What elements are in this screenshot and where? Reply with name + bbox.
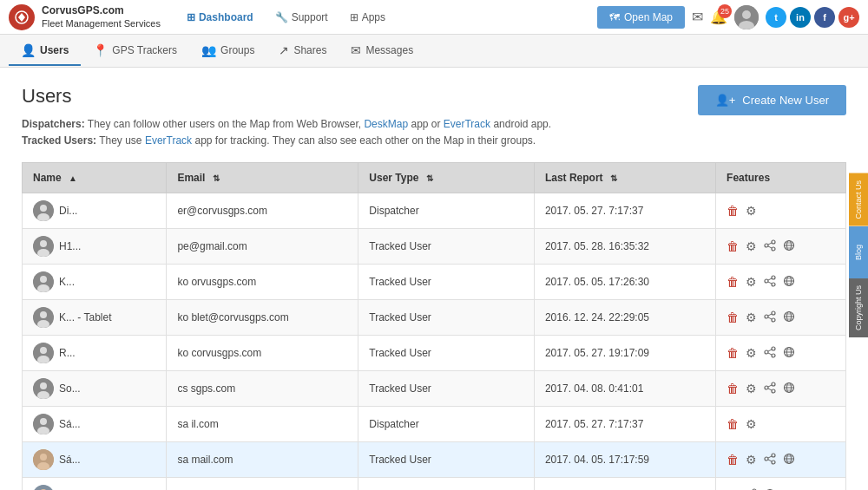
- sort-name-icon: ▲: [69, 173, 77, 183]
- svg-line-27: [768, 282, 772, 284]
- globe-user-icon[interactable]: [783, 346, 795, 361]
- add-user-icon: 👤+: [715, 94, 736, 107]
- settings-user-icon[interactable]: ⚙: [746, 382, 757, 395]
- nav-shares[interactable]: ↗ Shares: [266, 36, 339, 66]
- nav-support[interactable]: 🔧 Support: [266, 6, 337, 29]
- settings-user-icon[interactable]: ⚙: [746, 417, 757, 431]
- user-avatar-cell: [33, 414, 54, 434]
- blog-button[interactable]: Blog: [849, 226, 868, 278]
- sort-report-icon: ⇅: [610, 173, 617, 183]
- share-user-icon[interactable]: [764, 453, 776, 467]
- user-email-cell: ko blet@corvusgps.com: [167, 300, 358, 336]
- svg-line-40: [768, 317, 772, 319]
- col-name[interactable]: Name ▲: [23, 163, 167, 193]
- share-user-icon[interactable]: [764, 239, 776, 254]
- svg-point-25: [772, 283, 775, 286]
- brand-logo-area: CorvusGPS.com Fleet Management Services: [9, 4, 161, 30]
- delete-user-icon[interactable]: 🗑: [727, 453, 739, 467]
- globe-user-icon[interactable]: [783, 275, 795, 290]
- user-name-text: So...: [59, 382, 81, 395]
- user-type-cell: Dispatcher: [358, 407, 535, 442]
- user-last-report-cell: 2017. 05. 05. 17:26:30: [534, 265, 715, 300]
- delete-user-icon[interactable]: 🗑: [727, 239, 739, 253]
- facebook-icon[interactable]: f: [814, 7, 835, 28]
- svg-point-62: [772, 382, 775, 386]
- deskmap-link[interactable]: DeskMap: [364, 118, 408, 130]
- col-email[interactable]: Email ⇅: [167, 163, 358, 193]
- user-type-cell: Tracked User: [358, 442, 535, 478]
- user-email-cell: ko corvusgps.com: [167, 336, 358, 371]
- delete-user-icon[interactable]: 🗑: [727, 417, 739, 431]
- share-user-icon[interactable]: [764, 275, 776, 290]
- nav-gps-trackers[interactable]: 📍 GPS Trackers: [81, 36, 189, 66]
- svg-point-78: [772, 454, 775, 457]
- globe-user-icon[interactable]: [783, 239, 795, 254]
- svg-line-39: [768, 314, 772, 316]
- svg-point-76: [40, 454, 47, 461]
- share-user-icon[interactable]: [764, 382, 776, 396]
- svg-point-88: [33, 485, 54, 490]
- mail-icon[interactable]: ✉: [692, 9, 703, 25]
- col-user-type[interactable]: User Type ⇅: [358, 163, 535, 193]
- delete-user-icon[interactable]: 🗑: [727, 346, 739, 360]
- googleplus-icon[interactable]: g+: [838, 7, 859, 28]
- globe-user-icon[interactable]: [783, 382, 795, 396]
- user-avatar-cell: [33, 378, 54, 399]
- svg-point-2: [742, 10, 751, 19]
- create-new-user-button[interactable]: 👤+ Create New User: [698, 85, 846, 115]
- delete-user-icon[interactable]: 🗑: [727, 204, 739, 218]
- user-avatar[interactable]: [734, 5, 759, 29]
- page-description: Dispatchers: They can follow other users…: [22, 116, 551, 149]
- settings-user-icon[interactable]: ⚙: [746, 310, 757, 324]
- share-user-icon[interactable]: [764, 346, 776, 361]
- user-features-cell: 🗑⚙: [716, 193, 846, 229]
- right-floating-buttons: Contact Us Blog Copyright Us: [849, 173, 868, 337]
- svg-point-24: [765, 279, 768, 283]
- open-map-button[interactable]: 🗺 Open Map: [597, 6, 685, 29]
- evertrack-link-1[interactable]: EverTrack: [444, 118, 490, 130]
- settings-user-icon[interactable]: ⚙: [746, 346, 757, 360]
- svg-line-82: [768, 460, 772, 461]
- svg-line-65: [768, 385, 772, 387]
- linkedin-icon[interactable]: in: [790, 7, 811, 28]
- svg-point-10: [772, 240, 775, 244]
- table-row: R...ko corvusgps.comTracked User2017. 05…: [23, 336, 846, 371]
- user-name-text: H1...: [59, 240, 81, 252]
- delete-user-icon[interactable]: 🗑: [727, 310, 739, 324]
- user-features-cell: 🗑⚙: [716, 371, 846, 407]
- nav-groups[interactable]: 👥 Groups: [189, 36, 266, 66]
- user-type-cell: Dispatcher: [358, 193, 535, 229]
- user-last-report-cell: 2017. 05. 27. 7:17:37: [534, 407, 715, 442]
- user-name-cell: Sá...: [23, 478, 167, 490]
- page-title: Users: [22, 85, 551, 108]
- notifications-bell[interactable]: 🔔 25: [710, 9, 727, 25]
- settings-user-icon[interactable]: ⚙: [746, 239, 757, 253]
- copyright-button[interactable]: Copyright Us: [849, 278, 868, 337]
- settings-user-icon[interactable]: ⚙: [746, 204, 757, 218]
- col-last-report[interactable]: Last Report ⇅: [534, 163, 715, 193]
- user-name-cell: H1...: [23, 229, 167, 265]
- user-last-report-cell: 2017. 05. 27. 7:17:37: [534, 193, 715, 229]
- svg-point-23: [772, 276, 775, 279]
- table-row: So...cs sgps.comTracked User2017. 04. 08…: [23, 371, 846, 407]
- settings-user-icon[interactable]: ⚙: [746, 275, 757, 289]
- nav-messages[interactable]: ✉ Messages: [339, 36, 425, 66]
- nav-users[interactable]: 👤 Users: [9, 36, 81, 66]
- globe-user-icon[interactable]: [783, 453, 795, 467]
- social-icons-group: t in f g+: [766, 7, 859, 28]
- globe-user-icon[interactable]: [783, 310, 795, 325]
- user-last-report-cell: 2016. 12. 24. 22:29:05: [534, 300, 715, 336]
- nav-apps[interactable]: ⊞ Apps: [341, 6, 394, 29]
- delete-user-icon[interactable]: 🗑: [727, 382, 739, 395]
- evertrack-link-2[interactable]: EverTrack: [145, 134, 192, 147]
- nav-dashboard[interactable]: ⊞ Dashboard: [178, 6, 262, 29]
- share-user-icon[interactable]: [764, 310, 776, 325]
- tracked-desc: Tracked Users: They use EverTrack app fo…: [22, 133, 551, 149]
- twitter-icon[interactable]: t: [766, 7, 786, 28]
- dashboard-icon: ⊞: [187, 11, 195, 23]
- contact-us-button[interactable]: Contact Us: [849, 173, 868, 226]
- delete-user-icon[interactable]: 🗑: [727, 275, 739, 289]
- brand-icon: [9, 4, 35, 30]
- settings-user-icon[interactable]: ⚙: [746, 453, 757, 467]
- user-email-cell: cs sgps.com: [167, 371, 358, 407]
